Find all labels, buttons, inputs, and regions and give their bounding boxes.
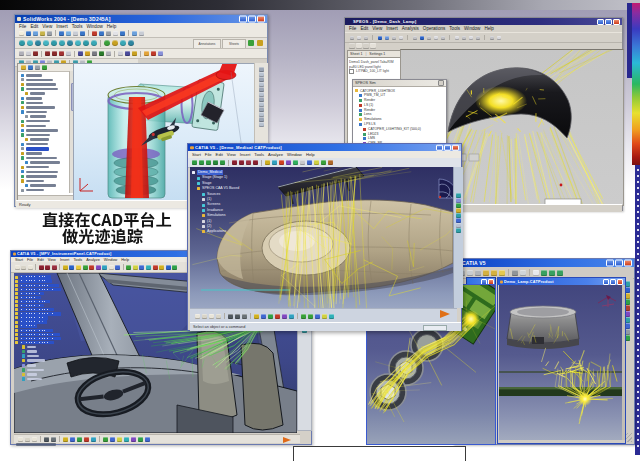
toolbar-icon[interactable] xyxy=(213,160,218,165)
toolbar-icon[interactable] xyxy=(45,51,50,56)
maximize-button[interactable] xyxy=(444,144,451,151)
toolbar-icon[interactable] xyxy=(462,36,466,40)
toolbar-icon[interactable] xyxy=(308,314,313,319)
toolbar-icon[interactable] xyxy=(301,314,306,319)
toolbar-icon[interactable] xyxy=(76,265,81,270)
toolbar-icon[interactable] xyxy=(26,51,31,56)
menu-item-start[interactable]: Start xyxy=(15,258,23,262)
toolbar-icon[interactable] xyxy=(139,265,144,270)
toolbar-icon[interactable] xyxy=(99,31,104,36)
toolbar-icon[interactable] xyxy=(268,314,273,319)
toolbar-icon[interactable] xyxy=(363,43,369,49)
close-button[interactable] xyxy=(617,279,623,285)
toolbar-icon[interactable] xyxy=(69,265,74,270)
toolbar-icon[interactable] xyxy=(541,270,547,276)
toolbar-icon[interactable] xyxy=(512,270,518,276)
minimize-button[interactable] xyxy=(606,260,614,267)
menu-item-window[interactable]: Window xyxy=(464,26,480,31)
toolbar-icon[interactable] xyxy=(220,160,225,165)
toolbar-icon[interactable] xyxy=(427,36,431,40)
tree-item[interactable] xyxy=(15,377,85,382)
toolbar-icon[interactable] xyxy=(102,265,107,270)
catia-lamp-viewport[interactable] xyxy=(499,285,622,440)
toolbar-icon[interactable] xyxy=(83,265,88,270)
toolbar-icon[interactable] xyxy=(158,51,163,56)
menu-item-edit[interactable]: Edit xyxy=(30,24,38,29)
toolbar-icon[interactable] xyxy=(254,314,259,319)
toolbar-icon[interactable] xyxy=(242,314,247,319)
toolbar-icon[interactable] xyxy=(248,40,254,46)
toolbar-icon[interactable] xyxy=(115,265,120,270)
toolbar-icon[interactable] xyxy=(159,265,164,270)
toolbar-icon[interactable] xyxy=(357,36,361,40)
toolbar-icon[interactable] xyxy=(307,160,312,165)
toolbar-icon[interactable] xyxy=(91,40,97,46)
maximize-button[interactable] xyxy=(615,260,623,267)
toolbar-icon[interactable] xyxy=(328,160,333,165)
maximize-button[interactable] xyxy=(610,279,616,285)
menu-item-window[interactable]: Window xyxy=(104,258,118,262)
minimize-button[interactable] xyxy=(597,19,604,25)
toolbar-icon[interactable] xyxy=(120,31,125,36)
catia-frame-title-bar[interactable]: CATIA V5 xyxy=(454,259,634,267)
toolbar-icon[interactable] xyxy=(77,437,82,442)
menu-item-help[interactable]: Help xyxy=(121,258,129,262)
toolbar-icon[interactable] xyxy=(131,437,136,442)
close-button[interactable] xyxy=(624,260,632,267)
menu-item-insert[interactable]: Insert xyxy=(240,152,250,157)
toolbar-icon[interactable] xyxy=(469,36,473,40)
menu-item-file[interactable]: File xyxy=(19,24,26,29)
toolbar-icon[interactable] xyxy=(132,31,137,36)
toolbar-icon[interactable] xyxy=(32,437,37,442)
toolbar-icon[interactable] xyxy=(322,314,327,319)
toolbar-icon[interactable] xyxy=(35,40,41,46)
toolbar-icon[interactable] xyxy=(125,51,130,56)
toolbar-icon[interactable] xyxy=(110,437,115,442)
toolbar-icon[interactable] xyxy=(557,270,563,276)
minimize-button[interactable] xyxy=(239,16,247,23)
toolbar-icon[interactable] xyxy=(91,437,96,442)
toolbar-icon[interactable] xyxy=(42,65,47,70)
catia-child-right-titlebar[interactable]: Demo_Lamp.CATProduct xyxy=(498,278,625,285)
menu-item-tools[interactable]: Tools xyxy=(449,26,460,31)
toolbar-icon[interactable] xyxy=(63,437,68,442)
palette-title-bar[interactable]: SPEOS Sim xyxy=(353,80,446,87)
minimize-button[interactable] xyxy=(436,144,443,151)
toolbar-icon[interactable] xyxy=(533,270,539,276)
toolbar-icon[interactable] xyxy=(483,270,489,276)
toolbar-icon[interactable] xyxy=(28,65,33,70)
menu-item-insert[interactable]: Insert xyxy=(386,26,398,31)
toolbar-icon[interactable] xyxy=(19,40,25,46)
menu-item-file[interactable]: File xyxy=(27,258,33,262)
toolbar-icon[interactable] xyxy=(549,270,555,276)
toolbar-icon[interactable] xyxy=(467,270,473,276)
toolbar-icon[interactable] xyxy=(19,31,24,36)
toolbar-icon[interactable] xyxy=(286,160,291,165)
toolbar-icon[interactable] xyxy=(67,40,73,46)
toolbar-icon[interactable] xyxy=(18,437,23,442)
catia-main-viewport[interactable]: Demo_MedicalStage (Stage 1)StageSPEOS CA… xyxy=(190,167,453,308)
catia-main-bottom-toolbar[interactable] xyxy=(190,308,457,323)
solidworks-toolbar-sketch[interactable] xyxy=(15,49,267,59)
toolbar-icon[interactable] xyxy=(27,40,33,46)
toolbar-icon[interactable] xyxy=(497,36,501,40)
menu-item-tools[interactable]: Tools xyxy=(254,152,264,157)
toolbar-icon[interactable] xyxy=(35,65,40,70)
toolbar-icon[interactable] xyxy=(259,122,264,127)
toolbar-icon[interactable] xyxy=(51,40,57,46)
toolbar-icon[interactable] xyxy=(293,160,298,165)
catia-main-title-bar[interactable]: CATIA V5 - [Demo_Medical CATProduct] xyxy=(188,144,461,151)
toolbar-icon[interactable] xyxy=(228,314,233,319)
toolbar-icon[interactable] xyxy=(434,36,438,40)
toolbar-icon[interactable] xyxy=(315,314,320,319)
tree-item[interactable] xyxy=(19,188,73,193)
toolbar-icon[interactable] xyxy=(78,51,83,56)
toolbar-icon[interactable] xyxy=(289,314,294,319)
menu-item-window[interactable]: Window xyxy=(86,24,102,29)
catia-main-menu-bar[interactable]: StartFileEditViewInsertToolsAnalyzeWindo… xyxy=(188,151,461,158)
toolbar-icon[interactable] xyxy=(104,40,110,46)
maximize-button[interactable] xyxy=(248,16,256,23)
toolbar-icon[interactable] xyxy=(206,160,211,165)
menu-item-help[interactable]: Help xyxy=(107,24,116,29)
tree-tabs[interactable] xyxy=(18,64,74,72)
